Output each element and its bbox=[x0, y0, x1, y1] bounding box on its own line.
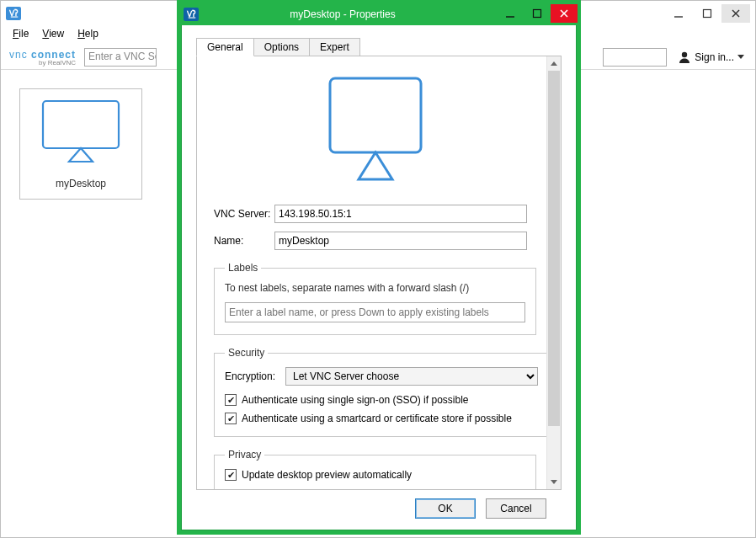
name-label: Name: bbox=[214, 235, 274, 247]
dialog-button-row: OK Cancel bbox=[196, 490, 562, 530]
svg-rect-10 bbox=[330, 78, 421, 152]
tab-options[interactable]: Options bbox=[253, 38, 310, 56]
labels-input[interactable] bbox=[225, 302, 525, 322]
svg-point-4 bbox=[682, 51, 687, 56]
scroll-up-button[interactable] bbox=[547, 56, 561, 71]
tab-pane-general: VNC Server: Name: Labels To nest labels,… bbox=[196, 56, 562, 490]
dlg-close-button[interactable] bbox=[551, 4, 578, 23]
privacy-group: Privacy ✔ Update desktop preview automat… bbox=[214, 449, 536, 489]
menu-file[interactable]: File bbox=[6, 26, 35, 45]
labels-group: Labels To nest labels, separate names wi… bbox=[214, 262, 536, 335]
dialog-logo-icon: V͟ʔ bbox=[184, 8, 199, 21]
labels-help: To nest labels, separate names with a fo… bbox=[225, 282, 525, 294]
properties-dialog: V͟ʔ myDesktop - Properties General Optio… bbox=[177, 0, 581, 535]
monitor-illustration-icon bbox=[325, 75, 426, 184]
back-close-button[interactable] bbox=[721, 4, 750, 23]
address-search-input[interactable]: Enter a VNC Server address or search bbox=[84, 48, 157, 67]
sso-checkbox-label: Authenticate using single sign-on (SSO) … bbox=[242, 394, 468, 406]
update-preview-checkbox[interactable]: ✔ bbox=[225, 469, 237, 481]
ok-button[interactable]: OK bbox=[415, 498, 476, 519]
dialog-titlebar[interactable]: V͟ʔ myDesktop - Properties bbox=[180, 3, 578, 25]
signin-label: Sign in... bbox=[695, 51, 734, 63]
encryption-select[interactable]: Let VNC Server choose bbox=[285, 367, 538, 386]
cancel-button[interactable]: Cancel bbox=[486, 498, 546, 519]
menu-view[interactable]: View bbox=[35, 26, 71, 45]
tabs: General Options Expert bbox=[196, 36, 562, 56]
monitor-icon bbox=[39, 99, 123, 164]
security-legend: Security bbox=[225, 347, 268, 359]
menu-help[interactable]: Help bbox=[71, 26, 105, 45]
connection-card[interactable]: myDesktop bbox=[19, 88, 142, 200]
privacy-legend: Privacy bbox=[225, 449, 264, 461]
scroll-thumb[interactable] bbox=[548, 71, 560, 426]
user-icon bbox=[678, 51, 691, 64]
chevron-down-icon bbox=[737, 55, 744, 59]
chevron-up-icon bbox=[551, 61, 557, 66]
back-minimize-button[interactable] bbox=[664, 4, 693, 23]
name-input[interactable] bbox=[274, 232, 527, 250]
connection-card-label: myDesktop bbox=[56, 178, 106, 189]
signin-button[interactable]: Sign in... bbox=[672, 47, 750, 67]
dlg-minimize-button[interactable] bbox=[497, 4, 524, 23]
pane-scrollbar[interactable] bbox=[546, 56, 561, 489]
right-search-input[interactable] bbox=[603, 48, 667, 67]
scroll-track[interactable] bbox=[547, 71, 561, 475]
security-group: Security Encryption: Let VNC Server choo… bbox=[214, 347, 546, 437]
brand-logo: vnc connect by RealVNC bbox=[6, 47, 79, 67]
labels-legend: Labels bbox=[225, 262, 261, 274]
back-maximize-button[interactable] bbox=[693, 4, 721, 23]
svg-rect-7 bbox=[534, 9, 541, 17]
tab-expert[interactable]: Expert bbox=[309, 38, 360, 56]
vnc-server-input[interactable] bbox=[274, 205, 527, 223]
encryption-label: Encryption: bbox=[225, 370, 285, 382]
sso-checkbox[interactable]: ✔ bbox=[225, 394, 237, 406]
svg-rect-1 bbox=[704, 10, 711, 18]
smartcard-checkbox-label: Authenticate using a smartcard or certif… bbox=[242, 413, 512, 424]
app-logo-icon: V͟ʔ bbox=[6, 7, 21, 20]
update-preview-label: Update desktop preview automatically bbox=[242, 469, 412, 481]
tab-general[interactable]: General bbox=[196, 38, 254, 56]
dialog-title: myDesktop - Properties bbox=[205, 8, 497, 20]
dlg-maximize-button[interactable] bbox=[524, 4, 551, 23]
scroll-down-button[interactable] bbox=[547, 475, 561, 489]
smartcard-checkbox[interactable]: ✔ bbox=[225, 413, 237, 424]
chevron-down-icon bbox=[551, 480, 557, 484]
vnc-server-label: VNC Server: bbox=[214, 208, 274, 220]
svg-rect-5 bbox=[43, 101, 119, 148]
